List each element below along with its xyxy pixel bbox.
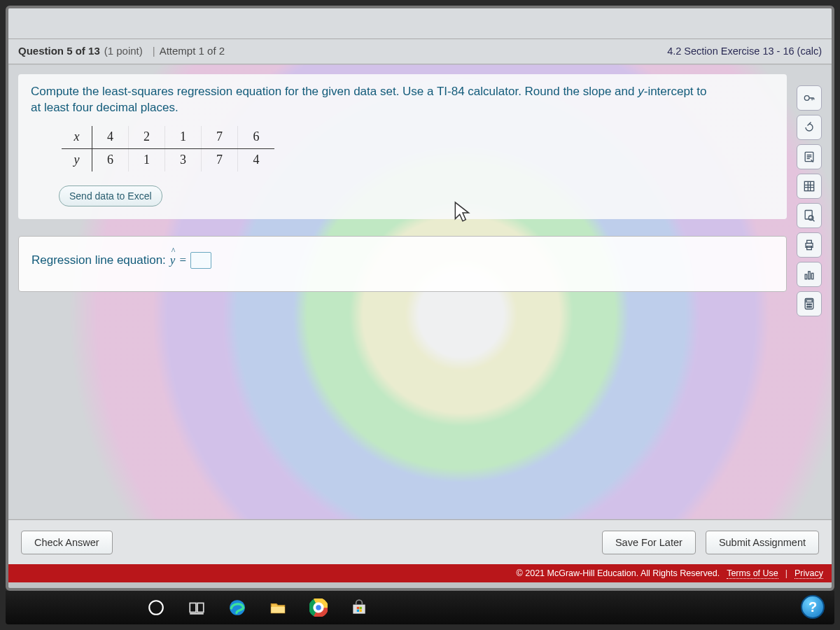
help-bubble-icon[interactable]: ? [801, 595, 825, 619]
tool-redo-icon[interactable] [797, 115, 822, 140]
table-cell: 4 [92, 126, 129, 148]
table-cell: 1 [165, 126, 202, 148]
svg-rect-30 [357, 607, 359, 609]
tool-search-doc-icon[interactable] [797, 203, 822, 228]
data-table: x 4 2 1 7 6 y 6 1 3 7 4 [62, 126, 274, 172]
table-cell: 6 [238, 126, 274, 148]
svg-rect-10 [811, 273, 813, 279]
svg-point-13 [807, 304, 808, 305]
cortana-circle-icon[interactable] [146, 597, 167, 618]
svg-rect-31 [360, 607, 362, 609]
regression-label: Regression line equation: [31, 253, 166, 267]
tool-notepad-icon[interactable] [797, 144, 822, 169]
browser-tab-strip [8, 8, 832, 39]
table-cell: 2 [129, 126, 165, 148]
svg-rect-12 [806, 300, 812, 302]
separator: | [153, 45, 155, 57]
svg-rect-24 [271, 607, 285, 613]
svg-rect-22 [190, 613, 204, 615]
table-row: y 6 1 3 7 4 [62, 149, 274, 172]
check-answer-button[interactable]: Check Answer [21, 531, 113, 554]
privacy-link[interactable]: Privacy [794, 568, 823, 579]
svg-point-15 [811, 304, 812, 305]
question-label: Question 5 of 13 [18, 45, 100, 57]
copyright-text: © 2021 McGraw-Hill Education. All Rights… [517, 568, 720, 578]
windows-taskbar: ? [6, 591, 834, 624]
question-header: Question 5 of 13 (1 point) | Attempt 1 o… [8, 39, 832, 64]
table-row: x 4 2 1 7 6 [62, 126, 274, 149]
svg-rect-33 [360, 610, 362, 612]
send-to-excel-button[interactable]: Send data to Excel [59, 186, 162, 206]
content-area: Compute the least-squares regression equ… [8, 64, 832, 519]
regression-answer-input[interactable] [190, 252, 211, 269]
svg-rect-8 [805, 274, 807, 279]
table-cell: 3 [165, 149, 202, 172]
tool-print-icon[interactable] [797, 232, 822, 258]
edge-browser-icon[interactable] [227, 597, 248, 618]
svg-rect-32 [357, 610, 359, 612]
tool-calculator-icon[interactable] [797, 291, 822, 316]
svg-point-14 [808, 304, 810, 305]
chrome-browser-icon[interactable] [308, 597, 329, 618]
svg-point-17 [808, 306, 810, 307]
table-cell: 1 [129, 149, 165, 172]
question-points: (1 point) [104, 45, 143, 57]
row-header-y: y [62, 149, 92, 172]
svg-rect-9 [808, 272, 811, 279]
table-cell: 7 [202, 126, 238, 148]
tool-key-icon[interactable] [797, 85, 822, 111]
prompt-text: Compute the least-squares regression equ… [31, 84, 774, 116]
table-cell: 7 [202, 149, 238, 172]
attempt-label: Attempt 1 of 2 [160, 45, 225, 57]
svg-point-0 [804, 96, 809, 101]
question-prompt-card: Compute the least-squares regression equ… [18, 74, 787, 219]
svg-rect-6 [807, 240, 812, 243]
svg-rect-2 [804, 181, 813, 190]
store-icon[interactable] [349, 597, 370, 618]
row-header-x: x [62, 126, 92, 148]
save-for-later-button[interactable]: Save For Later [602, 531, 696, 554]
y-hat-symbol: y [170, 253, 176, 267]
svg-rect-21 [197, 603, 204, 612]
separator: | [785, 568, 788, 578]
equals-sign: = [179, 253, 186, 267]
svg-rect-20 [190, 603, 196, 612]
table-cell: 4 [238, 149, 274, 172]
svg-point-16 [807, 306, 808, 307]
tool-grid-icon[interactable] [797, 174, 822, 199]
tool-bar-chart-icon[interactable] [797, 262, 822, 287]
table-cell: 6 [92, 149, 129, 172]
svg-point-29 [315, 604, 321, 610]
task-view-icon[interactable] [186, 597, 207, 618]
svg-point-19 [149, 601, 163, 615]
svg-rect-7 [807, 246, 812, 250]
file-explorer-icon[interactable] [267, 597, 288, 618]
svg-point-18 [811, 306, 812, 307]
tool-rail [797, 85, 827, 316]
action-bar: Check Answer Save For Later Submit Assig… [8, 519, 832, 564]
copyright-bar: © 2021 McGraw-Hill Education. All Rights… [8, 564, 832, 582]
answer-card: Regression line equation: y = [18, 236, 787, 292]
submit-assignment-button[interactable]: Submit Assignment [706, 531, 819, 554]
app-window: Question 5 of 13 (1 point) | Attempt 1 o… [6, 6, 834, 591]
exercise-reference: 4.2 Section Exercise 13 - 16 (calc) [667, 46, 822, 57]
terms-link[interactable]: Terms of Use [727, 568, 778, 579]
